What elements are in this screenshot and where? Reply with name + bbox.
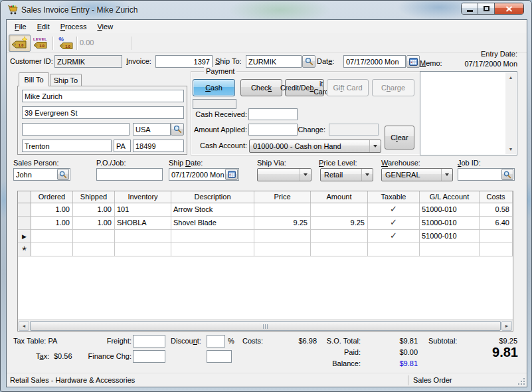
grid-header-inventory[interactable]: Inventory [115,191,171,203]
grid-cell-description[interactable] [171,230,254,243]
grid-cell-costs[interactable]: 6.40 [480,217,513,230]
cash-account-dropdown[interactable]: 01000-000 - Cash on Hand [249,140,381,153]
grid-cell-g-l-account[interactable] [420,243,480,256]
row-selector[interactable] [18,203,31,217]
memo-scrollbar[interactable]: ▲ ▼ [505,72,516,154]
grid-cell-costs[interactable]: 0.58 [480,203,513,217]
ship-to-lookup-button[interactable] [302,55,315,68]
grid-cell-g-l-account[interactable]: 51000-010 [420,217,480,230]
new-price-tag-button[interactable]: 1.0 [9,35,31,52]
bill-city-field[interactable] [22,140,112,152]
menu-edit[interactable]: Edit [32,21,55,33]
level-price-tag-button[interactable]: LEVEL 1.0 [31,35,49,52]
payment-charge-button[interactable]: Charge [372,79,414,96]
grid-cell-costs[interactable] [480,243,513,256]
grid-cell-taxable[interactable]: ✓ [368,203,420,217]
title-bar[interactable]: Sales Invoice Entry - Mike Zurich [1,1,531,19]
country-lookup-button[interactable] [171,123,184,136]
grid-cell-inventory[interactable] [115,243,171,256]
scroll-left-arrow[interactable]: ◄ [19,321,29,331]
grid-header-shipped[interactable]: Shipped [73,191,115,203]
bill-country-field[interactable] [133,123,171,136]
finance-chg-field[interactable] [133,350,165,363]
scroll-down-arrow[interactable]: ▼ [505,144,516,154]
grid-cell-shipped[interactable] [73,243,115,256]
ship-to-field[interactable] [246,55,302,68]
scrollbar-thumb[interactable] [30,321,501,331]
tab-bill-to[interactable]: Bill To [19,72,49,86]
grid-cell-amount[interactable] [311,243,368,256]
bill-zip-field[interactable] [133,140,184,152]
ship-via-dropdown[interactable] [257,168,311,181]
grid-header-costs[interactable]: Costs [480,191,513,203]
grid-cell-ordered[interactable] [31,243,73,256]
scroll-right-arrow[interactable]: ► [501,321,512,331]
freight-field[interactable] [133,335,165,347]
bill-state-field[interactable] [114,140,131,152]
po-job-field[interactable] [96,168,163,181]
bill-name-field[interactable] [22,90,184,102]
menu-process[interactable]: Process [55,21,92,33]
menu-view[interactable]: View [92,21,118,33]
grid-header-amount[interactable]: Amount [311,191,368,203]
warehouse-dropdown[interactable]: GENERAL [381,168,453,181]
customer-id-field[interactable] [54,55,122,68]
resize-grip[interactable] [517,377,526,386]
bill-address2-field[interactable] [22,123,130,136]
job-id-lookup-button[interactable] [501,169,513,180]
grid-horizontal-scrollbar[interactable]: ◄ ► [18,320,513,331]
close-button[interactable] [495,3,523,14]
sales-person-lookup-button[interactable] [57,169,69,180]
discount-field[interactable] [207,335,225,347]
grid-header-g-l-account[interactable]: G/L Account [420,191,480,203]
grid-cell-g-l-account[interactable]: 51000-010 [420,203,480,217]
new-row-marker[interactable]: * [18,243,31,256]
cash-received-field[interactable] [248,108,298,120]
grid-cell-shipped[interactable] [73,230,115,243]
memo-input[interactable] [421,72,505,154]
grid-cell-inventory[interactable]: SHOBLA [115,217,171,230]
scroll-up-arrow[interactable]: ▲ [505,72,516,82]
grid-cell-price[interactable] [254,243,311,256]
grid-cell-price[interactable]: 9.25 [254,217,311,230]
amount-applied-field[interactable] [248,124,298,136]
grid-cell-taxable[interactable] [368,243,420,256]
grid-cell-inventory[interactable] [115,230,171,243]
minimize-button[interactable] [462,3,478,14]
menu-file[interactable]: File [9,21,32,33]
grid-cell-costs[interactable] [480,230,513,243]
grid-cell-price[interactable] [254,230,311,243]
grid-cell-ordered[interactable] [31,230,73,243]
tab-ship-to[interactable]: Ship To [50,74,82,86]
maximize-button[interactable] [478,3,495,14]
bill-street-field[interactable] [22,106,184,119]
grid-cell-description[interactable] [171,243,254,256]
grid-header-price[interactable]: Price [254,191,311,203]
payment-gift-card-button[interactable]: Gift Card [327,79,369,96]
grid-cell-shipped[interactable]: 1.00 [73,203,115,217]
grid-cell-description[interactable]: Arrow Stock [171,203,254,217]
grid-cell-shipped[interactable]: 1.00 [73,217,115,230]
grid-header-ordered[interactable]: Ordered [31,191,73,203]
invoice-field[interactable] [155,55,213,68]
current-row-marker[interactable]: ▶ [18,230,31,243]
discount-amount-field[interactable] [207,350,232,363]
grid-header-description[interactable]: Description [171,191,254,203]
grid-cell-price[interactable] [254,203,311,217]
grid-cell-inventory[interactable]: 101 [115,203,171,217]
grid-cell-description[interactable]: Shovel Blade [171,217,254,230]
discount-price-tag-button[interactable]: % 1.0 [57,35,75,52]
grid-cell-ordered[interactable]: 1.00 [31,217,73,230]
grid-cell-taxable[interactable]: ✓ [368,217,420,230]
grid-cell-g-l-account[interactable]: 51000-010 [420,230,480,243]
grid-header-taxable[interactable]: Taxable [368,191,420,203]
grid-cell-amount[interactable] [311,230,368,243]
grid-cell-amount[interactable] [311,203,368,217]
payment-check-button[interactable]: Check [240,79,282,96]
grid-cell-taxable[interactable]: ✓ [368,230,420,243]
row-selector[interactable] [18,217,31,230]
price-level-dropdown[interactable]: Retail [320,168,373,181]
clear-button[interactable]: Clear [385,126,414,149]
grid-cell-ordered[interactable]: 1.00 [31,203,73,217]
ship-date-calendar-button[interactable] [225,169,238,180]
